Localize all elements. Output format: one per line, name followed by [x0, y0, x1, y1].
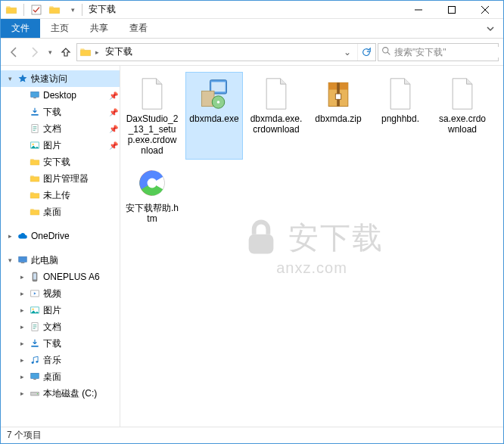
- collapse-icon[interactable]: ▾: [5, 75, 14, 82]
- navigation-bar: ▾ ▸ 安下载 ⌄: [1, 39, 503, 66]
- file-label: sa.exe.crdownload: [436, 113, 489, 135]
- refresh-button[interactable]: [357, 44, 374, 61]
- status-bar: 7 个项目: [1, 427, 503, 443]
- separator: [23, 4, 24, 16]
- window-title: 安下载: [84, 3, 402, 16]
- forward-button[interactable]: [25, 43, 43, 61]
- chevron-down-icon[interactable]: ▾: [65, 2, 80, 17]
- svg-point-18: [32, 362, 34, 364]
- svg-rect-24: [249, 234, 274, 253]
- maximize-button[interactable]: [435, 1, 468, 19]
- tree-item[interactable]: Desktop📌: [1, 87, 120, 104]
- minimize-button[interactable]: [402, 1, 435, 19]
- file-label: dbxmda.exe: [189, 113, 238, 124]
- tree-item[interactable]: 安下载: [1, 154, 120, 170]
- close-button[interactable]: [468, 1, 502, 19]
- collapse-icon[interactable]: ▾: [5, 256, 14, 264]
- address-dropdown-icon[interactable]: ⌄: [341, 47, 354, 57]
- tree-this-pc[interactable]: ▾ 此电脑: [1, 252, 120, 269]
- tree-onedrive[interactable]: ▸ OneDrive: [1, 228, 120, 244]
- tree-item[interactable]: ▸ONEPLUS A6: [1, 269, 120, 285]
- tree-item[interactable]: ▸图片: [1, 302, 120, 318]
- pic-icon: [28, 138, 42, 152]
- file-icon: [444, 76, 481, 112]
- doc-icon: [28, 122, 42, 135]
- ribbon-expand-icon[interactable]: [482, 20, 499, 37]
- expand-icon[interactable]: ▸: [17, 356, 26, 364]
- tree-item[interactable]: 未上传: [1, 187, 120, 203]
- chevron-right-icon[interactable]: ▸: [95, 48, 99, 56]
- download-icon: [28, 105, 42, 119]
- pic-icon: [28, 303, 42, 317]
- file-item[interactable]: dbxmda.exe.crdownload: [247, 72, 305, 160]
- tree-item[interactable]: ▸音乐: [1, 352, 120, 368]
- search-box[interactable]: [378, 43, 499, 61]
- expand-icon[interactable]: ▸: [17, 323, 26, 331]
- tree-item[interactable]: ▸下载: [1, 335, 120, 352]
- tab-home[interactable]: 主页: [40, 19, 79, 38]
- svg-rect-3: [31, 92, 39, 97]
- svg-rect-0: [32, 5, 41, 14]
- svg-rect-17: [31, 346, 38, 347]
- drive-icon: [28, 387, 42, 400]
- star-icon: [16, 72, 30, 85]
- svg-rect-12: [33, 273, 36, 279]
- properties-checkbox-icon[interactable]: [29, 2, 44, 17]
- tree-item[interactable]: ▸桌面: [1, 368, 120, 385]
- back-button[interactable]: [5, 43, 23, 61]
- window-buttons: [402, 1, 502, 19]
- expand-icon[interactable]: ▸: [17, 273, 26, 281]
- search-input[interactable]: [394, 47, 504, 57]
- file-icon: [320, 76, 356, 112]
- tree-item[interactable]: ▸文档: [1, 318, 120, 335]
- folder-icon: [79, 45, 92, 59]
- tab-file[interactable]: 文件: [1, 19, 40, 38]
- tree-item[interactable]: 图片管理器: [1, 170, 120, 187]
- cloud-icon: [16, 229, 30, 243]
- tree-item[interactable]: 图片📌: [1, 137, 120, 154]
- expand-icon[interactable]: ▸: [17, 340, 26, 347]
- file-item[interactable]: dbxmda.zip: [310, 72, 367, 160]
- svg-rect-5: [31, 114, 38, 116]
- folder-small-icon[interactable]: [47, 2, 62, 17]
- recent-dropdown[interactable]: ▾: [45, 43, 55, 61]
- tree-item[interactable]: 文档📌: [1, 120, 120, 137]
- file-item[interactable]: sa.exe.crdownload: [434, 72, 491, 160]
- svg-point-15: [33, 309, 34, 310]
- up-button[interactable]: [57, 43, 75, 61]
- address-bar[interactable]: ▸ 安下载 ⌄: [76, 43, 376, 61]
- folder-icon: [28, 172, 42, 185]
- expand-icon[interactable]: ▸: [5, 232, 14, 240]
- expand-icon[interactable]: ▸: [17, 373, 26, 380]
- file-item[interactable]: DaxStudio_2_13_1_setup.exe.crdownload: [123, 72, 181, 160]
- file-item[interactable]: dbxmda.exe: [185, 72, 243, 160]
- file-pane[interactable]: 安下载 anxz.com DaxStudio_2_13_1_setup.exe.…: [120, 66, 503, 427]
- tab-view[interactable]: 查看: [119, 19, 158, 38]
- file-item[interactable]: 安下载帮助.htm: [123, 161, 181, 228]
- file-label: pnghhbd.: [381, 113, 419, 124]
- tab-share[interactable]: 共享: [79, 19, 119, 38]
- tree-item[interactable]: 桌面: [1, 203, 120, 220]
- breadcrumb[interactable]: 安下载: [102, 45, 135, 58]
- separator: [82, 4, 82, 16]
- tree-quick-access[interactable]: ▾ 快速访问: [1, 70, 120, 87]
- svg-rect-10: [21, 262, 25, 263]
- pin-icon: 📌: [109, 92, 120, 100]
- expand-icon[interactable]: ▸: [17, 290, 26, 297]
- music-icon: [28, 353, 42, 367]
- file-icon: [134, 76, 170, 112]
- navigation-tree[interactable]: ▾ 快速访问 Desktop📌下载📌文档📌图片📌安下载图片管理器未上传桌面 ▸ …: [1, 66, 120, 427]
- expand-icon[interactable]: ▸: [17, 306, 26, 314]
- download-icon: [28, 337, 42, 350]
- tree-item[interactable]: ▸本地磁盘 (C:): [1, 385, 120, 402]
- svg-point-2: [383, 47, 388, 52]
- pc-icon: [16, 253, 30, 267]
- pin-icon: 📌: [109, 108, 120, 116]
- file-item[interactable]: pnghhbd.: [372, 72, 429, 160]
- expand-icon[interactable]: ▸: [17, 390, 26, 397]
- svg-rect-1: [449, 6, 456, 13]
- quick-access-toolbar: ▾: [2, 2, 80, 17]
- tree-item[interactable]: 下载📌: [1, 104, 120, 120]
- svg-point-8: [33, 144, 34, 145]
- tree-item[interactable]: ▸视频: [1, 285, 120, 302]
